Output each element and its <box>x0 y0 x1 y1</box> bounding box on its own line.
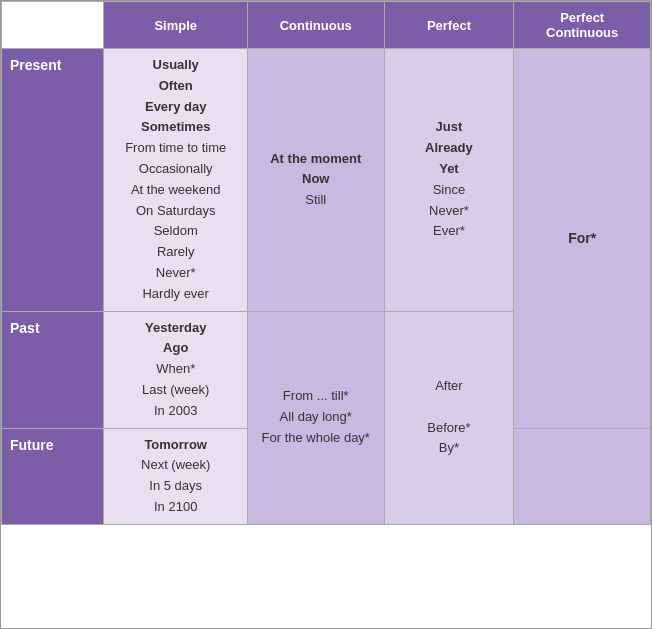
past-continuous: From ... till*All day long*For the whole… <box>247 311 384 524</box>
past-perfect: After Before*By* <box>384 311 514 524</box>
past-simple-normal: When*Last (week)In 2003 <box>142 361 209 418</box>
past-continuous-content: From ... till*All day long*For the whole… <box>252 386 380 448</box>
future-perfect-continuous <box>514 428 651 524</box>
future-label: Future <box>2 428 104 524</box>
header-row: Simple Continuous Perfect PerfectContinu… <box>2 2 651 49</box>
past-simple: YesterdayAgo When*Last (week)In 2003 <box>104 311 247 428</box>
future-simple-normal: Next (week)In 5 daysIn 2100 <box>141 457 210 514</box>
past-simple-bold: YesterdayAgo <box>145 320 206 356</box>
future-simple: Tomorrow Next (week)In 5 daysIn 2100 <box>104 428 247 524</box>
present-perfect-normal: SinceNever*Ever* <box>429 182 469 239</box>
present-simple: UsuallyOftenEvery daySometimes From time… <box>104 49 247 312</box>
future-simple-content: Tomorrow Next (week)In 5 daysIn 2100 <box>108 435 242 518</box>
header-simple: Simple <box>104 2 247 49</box>
present-perfect-content: JustAlreadyYet SinceNever*Ever* <box>389 117 510 242</box>
present-continuous-bold: At the momentNow <box>270 151 361 187</box>
main-table-wrapper: Simple Continuous Perfect PerfectContinu… <box>0 0 652 629</box>
header-continuous: Continuous <box>247 2 384 49</box>
present-continuous: At the momentNow Still <box>247 49 384 312</box>
present-label: Present <box>2 49 104 312</box>
present-simple-normal: From time to timeOccasionallyAt the week… <box>125 140 226 301</box>
present-continuous-normal: Still <box>305 192 326 207</box>
header-perfect: Perfect <box>384 2 514 49</box>
past-perfect-before: Before*By* <box>427 420 470 456</box>
present-row: Present UsuallyOftenEvery daySometimes F… <box>2 49 651 312</box>
present-perfect-continuous: For* <box>514 49 651 429</box>
present-simple-bold: UsuallyOftenEvery daySometimes <box>141 57 210 134</box>
for-star-text: For* <box>568 230 596 246</box>
past-label: Past <box>2 311 104 428</box>
future-simple-bold: Tomorrow <box>144 437 207 452</box>
present-perfect-bold: JustAlreadyYet <box>425 119 473 176</box>
past-continuous-normal: From ... till*All day long*For the whole… <box>262 388 370 445</box>
past-simple-content: YesterdayAgo When*Last (week)In 2003 <box>108 318 242 422</box>
present-perfect: JustAlreadyYet SinceNever*Ever* <box>384 49 514 312</box>
tense-table: Simple Continuous Perfect PerfectContinu… <box>1 1 651 525</box>
past-perfect-content: After Before*By* <box>389 376 510 459</box>
header-empty <box>2 2 104 49</box>
past-perfect-after: After <box>435 378 462 393</box>
present-simple-content: UsuallyOftenEvery daySometimes From time… <box>108 55 242 305</box>
present-continuous-content: At the momentNow Still <box>252 149 380 211</box>
header-perfect-continuous: PerfectContinuous <box>514 2 651 49</box>
